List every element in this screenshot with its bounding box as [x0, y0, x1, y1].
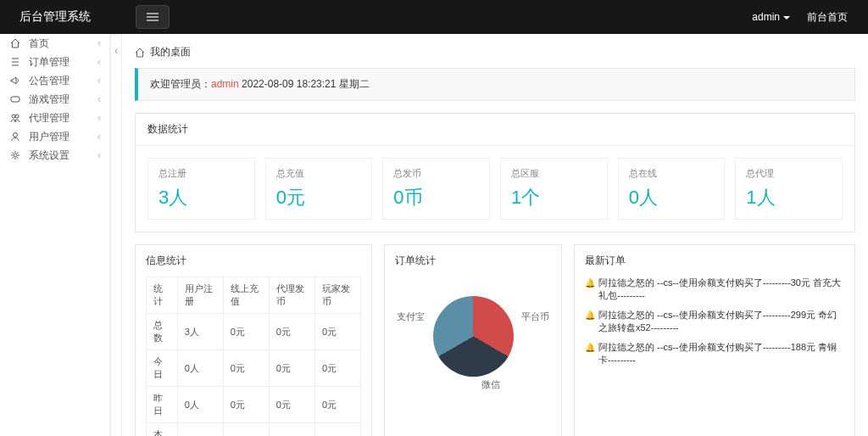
svg-point-1	[12, 115, 15, 118]
sidebar-item-orders[interactable]: 订单管理‹	[0, 53, 109, 71]
users-icon	[10, 113, 22, 123]
table-header: 统计	[147, 277, 178, 314]
stat-value: 3人	[159, 185, 244, 210]
chevron-left-icon: ‹	[97, 37, 101, 49]
menu-toggle-button[interactable]	[136, 5, 170, 29]
chevron-left-icon: ‹	[97, 56, 101, 68]
table-cell: 3人	[177, 314, 223, 350]
sidebar-item-label: 公告管理	[29, 74, 70, 88]
table-header: 代理发币	[269, 277, 314, 314]
table-row: 昨日0人0元0元0元	[147, 387, 361, 423]
pie-chart: 平台币 微信 支付宝	[395, 277, 551, 395]
svg-point-2	[15, 115, 19, 118]
order-text: 阿拉德之怒的 --cs--使用余额支付购买了---------299元 奇幻之旅…	[598, 309, 844, 334]
stat-label: 总注册	[159, 167, 244, 180]
table-header: 玩家发币	[314, 277, 360, 314]
welcome-user: admin	[211, 78, 239, 90]
table-cell: 本周	[147, 423, 178, 437]
order-text: 阿拉德之怒的 --cs--使用余额支付购买了---------30元 首充大礼包…	[598, 277, 844, 302]
chevron-left-icon: ‹	[97, 93, 101, 105]
sidebar-item-game[interactable]: 游戏管理‹	[0, 90, 109, 109]
hamburger-icon	[147, 13, 159, 21]
chart-panel: 订单统计 平台币 微信 支付宝	[384, 244, 562, 436]
sidebar: 首页‹ 订单管理‹ 公告管理‹ 游戏管理‹ 代理管理‹ 用户管理‹ 系统设置‹	[0, 34, 110, 436]
speaker-icon	[10, 75, 22, 86]
user-menu[interactable]: admin	[752, 11, 790, 23]
chevron-left-icon: ‹	[97, 131, 101, 143]
breadcrumb-label: 我的桌面	[150, 45, 191, 59]
welcome-datetime: 2022-08-09 18:23:21 星期二	[242, 78, 370, 90]
order-row: 🔔阿拉德之怒的 --cs--使用余额支付购买了---------188元 青铜卡…	[585, 341, 844, 366]
welcome-prefix: 欢迎管理员：	[150, 78, 211, 90]
front-link[interactable]: 前台首页	[807, 10, 848, 25]
table-cell: 0元	[269, 314, 314, 350]
table-cell: 0元	[314, 350, 360, 387]
sidebar-item-label: 订单管理	[29, 55, 70, 70]
table-cell: 0元	[223, 387, 269, 423]
table-row: 本周00元0元0元	[147, 423, 361, 437]
sidebar-collapse-button[interactable]: ‹	[110, 34, 122, 436]
svg-rect-0	[11, 97, 19, 102]
sidebar-item-label: 用户管理	[29, 130, 70, 144]
orders-panel: 最新订单 🔔阿拉德之怒的 --cs--使用余额支付购买了---------30元…	[574, 244, 855, 436]
sidebar-item-agent[interactable]: 代理管理‹	[0, 109, 109, 127]
welcome-banner: 欢迎管理员：admin 2022-08-09 18:23:21 星期二	[135, 68, 855, 101]
list-icon	[10, 57, 22, 67]
table-cell: 今日	[147, 350, 178, 387]
orders-title: 最新订单	[585, 254, 844, 268]
bell-icon: 🔔	[585, 278, 595, 288]
table-cell: 0人	[177, 350, 223, 387]
table-cell: 0元	[269, 350, 314, 387]
stats-panel-title: 数据统计	[136, 114, 854, 146]
table-row: 总数3人0元0元0元	[147, 314, 361, 350]
chart-label-platform: 平台币	[521, 310, 549, 323]
stat-value: 0元	[276, 185, 362, 210]
stat-card: 总注册3人	[147, 158, 255, 220]
main-content: 我的桌面 欢迎管理员：admin 2022-08-09 18:23:21 星期二…	[122, 34, 868, 436]
sidebar-item-label: 游戏管理	[29, 92, 70, 107]
table-cell: 总数	[147, 314, 178, 350]
table-cell: 0元	[314, 314, 360, 350]
table-cell: 0元	[223, 350, 269, 387]
sidebar-item-settings[interactable]: 系统设置‹	[0, 146, 109, 165]
table-cell: 0元	[223, 423, 269, 437]
info-table-title: 信息统计	[146, 254, 361, 268]
sidebar-item-home[interactable]: 首页‹	[0, 34, 109, 53]
stat-label: 总代理	[746, 167, 832, 180]
order-row: 🔔阿拉德之怒的 --cs--使用余额支付购买了---------30元 首充大礼…	[585, 277, 844, 302]
table-cell: 0人	[177, 387, 223, 423]
order-text: 阿拉德之怒的 --cs--使用余额支付购买了---------188元 青铜卡-…	[598, 341, 844, 366]
stat-label: 总发币	[393, 167, 479, 180]
stat-card: 总代理1人	[735, 158, 843, 220]
chart-label-wechat: 微信	[481, 378, 500, 391]
order-row: 🔔阿拉德之怒的 --cs--使用余额支付购买了---------299元 奇幻之…	[585, 309, 844, 334]
sidebar-item-announce[interactable]: 公告管理‹	[0, 71, 109, 90]
chevron-left-icon: ‹	[97, 75, 101, 87]
stat-value: 0币	[393, 185, 479, 210]
table-cell: 0元	[314, 387, 360, 423]
sidebar-item-label: 首页	[29, 36, 49, 51]
user-icon	[10, 131, 22, 142]
stat-label: 总充值	[276, 167, 362, 180]
stat-card: 总充值0元	[265, 158, 373, 220]
table-cell: 0元	[223, 314, 269, 350]
caret-down-icon	[783, 16, 790, 20]
table-cell: 0元	[314, 423, 360, 437]
game-icon	[10, 94, 22, 104]
bell-icon: 🔔	[585, 310, 595, 320]
chevron-left-icon: ‹	[97, 149, 101, 161]
topbar-right: admin 前台首页	[752, 10, 868, 25]
sidebar-item-user[interactable]: 用户管理‹	[0, 127, 109, 146]
app-title: 后台管理系统	[0, 9, 110, 25]
svg-point-3	[14, 133, 18, 137]
table-header: 用户注册	[177, 277, 223, 314]
stat-card: 总在线0人	[618, 158, 726, 220]
table-cell: 0元	[269, 387, 314, 423]
chart-title: 订单统计	[395, 254, 551, 268]
bell-icon: 🔔	[585, 343, 595, 352]
stats-panel: 数据统计 总注册3人总充值0元总发币0币总区服1个总在线0人总代理1人	[135, 113, 855, 232]
pie-chart-body	[433, 296, 514, 377]
stat-label: 总区服	[511, 167, 597, 180]
table-row: 今日0人0元0元0元	[147, 350, 361, 387]
chevron-left-icon: ‹	[97, 112, 101, 124]
